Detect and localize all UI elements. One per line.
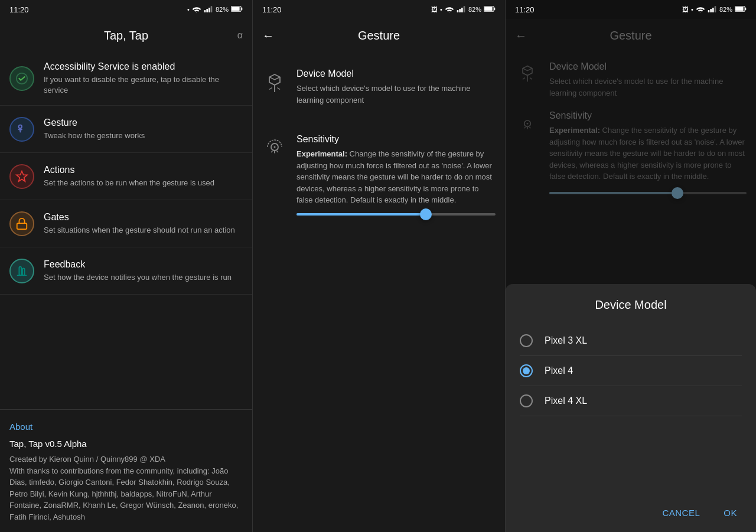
accessibility-title: Accessibility Service is enabled <box>44 61 243 72</box>
svg-rect-0 <box>204 10 206 12</box>
left-panel: 11:20 • 82% Tap, Tap α <box>0 0 253 532</box>
app-header-middle: ← Gesture <box>253 19 505 52</box>
svg-marker-9 <box>17 171 27 181</box>
radio-circle-pixel4xl <box>520 394 533 407</box>
gates-desc: Set situations when the gesture should n… <box>44 225 243 236</box>
sensitivity-desc-right-dim: Experimental: Change the sensitivity of … <box>549 125 747 182</box>
signal-icon-right <box>708 5 717 14</box>
svg-rect-10 <box>17 223 27 229</box>
battery-icon-left <box>231 5 243 14</box>
slider-track-mid <box>296 213 496 216</box>
svg-rect-29 <box>735 7 744 11</box>
svg-rect-28 <box>745 8 747 10</box>
status-time-right: 11:20 <box>515 5 535 14</box>
feedback-text: Feedback Set how the device notifies you… <box>44 259 243 283</box>
gesture-content: Device Model Select which device's model… <box>253 52 505 532</box>
menu-item-gates[interactable]: Gates Set situations when the gesture sh… <box>0 200 252 247</box>
slider-thumb-mid[interactable] <box>420 208 432 220</box>
dot-icon: • <box>187 6 190 13</box>
svg-rect-16 <box>461 8 463 12</box>
gates-text: Gates Set situations when the gesture sh… <box>44 212 243 236</box>
sensitivity-icon-middle <box>262 136 287 161</box>
radio-option-pixel4xl[interactable]: Pixel 4 XL <box>520 386 742 416</box>
device-model-text: Device Model Select which device's model… <box>296 68 496 106</box>
wifi-icon-right <box>696 5 705 14</box>
sensitivity-title-mid: Sensitivity <box>296 134 496 145</box>
svg-rect-15 <box>459 9 461 12</box>
svg-rect-17 <box>464 6 465 12</box>
gesture-page-title: Gesture <box>358 29 400 43</box>
radio-option-pixel4[interactable]: Pixel 4 <box>520 356 742 386</box>
svg-rect-23 <box>708 10 710 12</box>
status-bar-left: 11:20 • 82% <box>0 0 252 19</box>
feedback-desc: Set how the device notifies you when the… <box>44 272 243 283</box>
svg-rect-6 <box>232 7 240 11</box>
tf-icon-middle <box>262 71 287 96</box>
battery-icon-mid <box>484 5 496 14</box>
sensitivity-bold-mid: Experimental: <box>296 149 347 158</box>
accessibility-icon <box>9 66 34 91</box>
svg-rect-12 <box>22 268 25 275</box>
device-model-item[interactable]: Device Model Select which device's model… <box>262 61 496 113</box>
device-model-desc-right-dim: Select which device's model to use for t… <box>549 76 747 99</box>
gesture-text: Gesture Tweak how the gesture works <box>44 118 243 141</box>
app-header-right-dim: ← Gesture <box>506 19 756 52</box>
status-time-middle: 11:20 <box>262 5 282 14</box>
sensitivity-text: Sensitivity Experimental: Change the sen… <box>296 134 496 223</box>
gates-menu-icon <box>9 211 34 236</box>
radio-option-pixel3xl[interactable]: Pixel 3 XL <box>520 326 742 356</box>
ok-button[interactable]: OK <box>719 503 742 523</box>
svg-rect-20 <box>484 7 493 11</box>
section-divider <box>0 409 252 410</box>
dot-icon-mid: • <box>440 6 442 13</box>
feedback-title: Feedback <box>44 259 243 270</box>
battery-icon-right <box>735 5 747 14</box>
device-model-title-mid: Device Model <box>296 68 496 79</box>
svg-rect-3 <box>211 6 213 12</box>
about-version: Tap, Tap v0.5 Alpha <box>9 439 243 449</box>
photo-icon-right: 🖼 <box>682 6 689 13</box>
about-link[interactable]: About <box>9 422 243 432</box>
device-model-title-right-dim: Device Model <box>549 61 747 72</box>
menu-item-gesture[interactable]: Gesture Tweak how the gesture works <box>0 106 252 153</box>
svg-rect-19 <box>494 8 496 10</box>
device-model-section: Device Model Select which device's model… <box>262 61 496 113</box>
actions-text: Actions Set the actions to be run when t… <box>44 165 243 188</box>
menu-item-actions[interactable]: Actions Set the actions to be run when t… <box>0 153 252 200</box>
svg-rect-25 <box>712 8 714 12</box>
middle-panel: 11:20 🖼 • 82% ← Gesture <box>253 0 506 532</box>
gesture-title-right-dim: Gesture <box>610 29 651 43</box>
photo-icon-mid: 🖼 <box>431 6 438 13</box>
radio-circle-pixel4 <box>520 364 533 377</box>
wifi-icon-mid <box>445 5 454 14</box>
menu-item-accessibility[interactable]: Accessibility Service is enabled If you … <box>0 52 252 106</box>
sensitivity-item: Sensitivity Experimental: Change the sen… <box>262 127 496 230</box>
radio-circle-pixel3xl <box>520 334 533 347</box>
actions-menu-icon <box>9 164 34 189</box>
about-desc: Created by Kieron Quinn / Quinny899 @ XD… <box>9 453 243 523</box>
gesture-title: Gesture <box>44 118 243 128</box>
sensitivity-slider-right-dim <box>549 192 747 194</box>
radio-label-pixel3xl: Pixel 3 XL <box>545 335 587 346</box>
radio-selected-pixel4 <box>523 367 530 374</box>
signal-icon-mid <box>457 5 466 14</box>
device-model-desc-mid: Select which device's model to use for t… <box>296 83 496 106</box>
radio-label-pixel4: Pixel 4 <box>545 365 573 376</box>
actions-desc: Set the actions to be run when the gestu… <box>44 178 243 188</box>
status-time-left: 11:20 <box>9 5 29 14</box>
menu-list: Accessibility Service is enabled If you … <box>0 52 252 407</box>
svg-rect-14 <box>457 10 459 12</box>
sensitivity-title-right-dim: Sensitivity <box>549 110 747 121</box>
svg-rect-24 <box>710 9 712 12</box>
sensitivity-slider-mid[interactable] <box>296 213 496 223</box>
signal-icon <box>204 5 213 14</box>
status-bar-right: 11:20 🖼 • 82% <box>506 0 756 19</box>
gesture-desc: Tweak how the gesture works <box>44 130 243 141</box>
back-button-middle[interactable]: ← <box>262 29 274 43</box>
dialog-title: Device Model <box>520 298 742 312</box>
menu-item-feedback[interactable]: Feedback Set how the device notifies you… <box>0 247 252 295</box>
device-model-dialog: Device Model Pixel 3 XL Pixel 4 Pixel 4 … <box>506 284 756 532</box>
feedback-menu-icon <box>9 259 34 283</box>
cancel-button[interactable]: Cancel <box>657 503 705 523</box>
status-icons-middle: 🖼 • 82% <box>431 5 496 14</box>
